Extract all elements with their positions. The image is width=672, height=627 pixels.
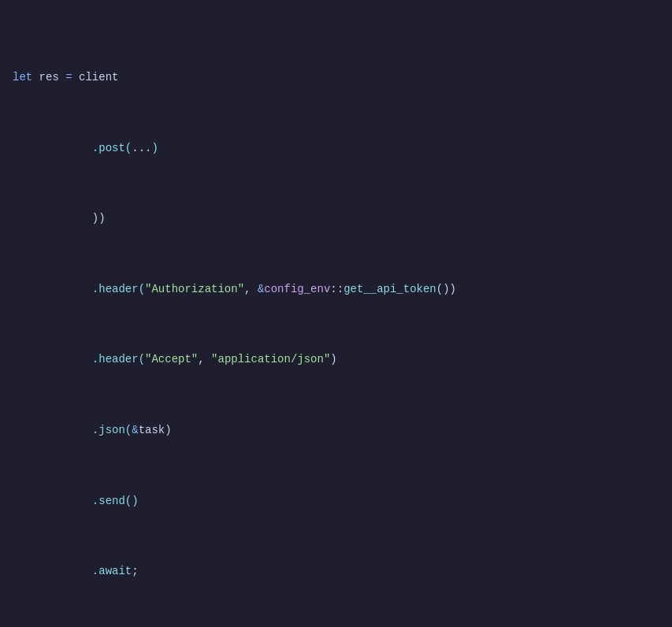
code-line: .send() — [0, 492, 672, 510]
code-line: .post(...) — [0, 139, 672, 157]
code-line: .header("Accept", "application/json") — [0, 351, 672, 368]
code-line: )) — [0, 210, 672, 227]
code-line: .header("Authorization", &config_env::ge… — [0, 280, 672, 298]
code-block: let res = client .post(...) )) .header("… — [0, 0, 672, 627]
code-line: .await; — [0, 562, 672, 580]
code-line: let res = client — [0, 69, 672, 86]
code-line: .json(&task) — [0, 421, 672, 439]
